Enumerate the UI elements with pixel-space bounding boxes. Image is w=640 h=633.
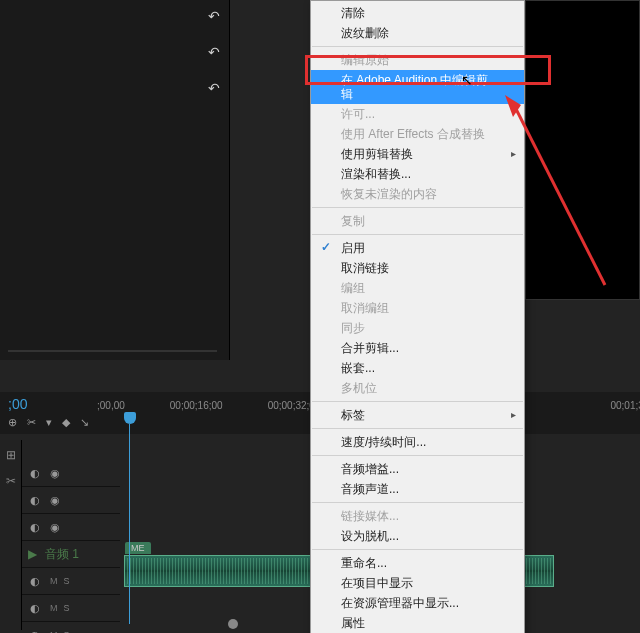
menu-render-replace[interactable]: 渲染和替换...: [311, 164, 524, 184]
menu-separator: [312, 207, 523, 208]
menu-edit-in-audition[interactable]: 在 Adobe Audition 中编辑剪辑: [311, 70, 524, 104]
menu-merge-clips[interactable]: 合并剪辑...: [311, 338, 524, 358]
menu-nest[interactable]: 嵌套...: [311, 358, 524, 378]
menu-restore-unrendered: 恢复未渲染的内容: [311, 184, 524, 204]
menu-group: 编组: [311, 278, 524, 298]
track-row[interactable]: ◐MS: [22, 568, 120, 595]
menu-rename[interactable]: 重命名...: [311, 553, 524, 573]
menu-audio-channels[interactable]: 音频声道...: [311, 479, 524, 499]
timeline-controls[interactable]: ⊕✂▾◆↘: [8, 416, 89, 429]
menu-separator: [312, 502, 523, 503]
tool-icon[interactable]: ⊞: [6, 448, 16, 462]
menu-edit-original: 编辑原始: [311, 50, 524, 70]
menu-separator: [312, 234, 523, 235]
undo-button[interactable]: ↶: [203, 44, 225, 60]
playhead-marker[interactable]: [124, 412, 136, 424]
zoom-slider-track[interactable]: [8, 350, 217, 352]
menu-reveal-project[interactable]: 在项目中显示: [311, 573, 524, 593]
menu-clear[interactable]: 清除: [311, 3, 524, 23]
audio-track-label[interactable]: ▶音频 1: [22, 541, 120, 568]
menu-reveal-explorer[interactable]: 在资源管理器中显示...: [311, 593, 524, 613]
menu-link-media: 链接媒体...: [311, 506, 524, 526]
menu-separator: [312, 455, 523, 456]
track-row[interactable]: ◐MS: [22, 595, 120, 622]
menu-separator: [312, 46, 523, 47]
context-menu: 清除 波纹删除 编辑原始 在 Adobe Audition 中编辑剪辑 许可..…: [310, 0, 525, 633]
menu-duplicate: 复制: [311, 211, 524, 231]
menu-enable[interactable]: 启用: [311, 238, 524, 258]
tool-icon[interactable]: ✂: [6, 474, 16, 488]
track-row[interactable]: ◐MS: [22, 622, 120, 633]
zoom-slider-handle[interactable]: [228, 619, 238, 629]
menu-separator: [312, 428, 523, 429]
track-row[interactable]: ◐◉: [22, 487, 120, 514]
menu-ripple-delete[interactable]: 波纹删除: [311, 23, 524, 43]
menu-label[interactable]: 标签: [311, 405, 524, 425]
menu-sync: 同步: [311, 318, 524, 338]
undo-button[interactable]: ↶: [203, 80, 225, 96]
menu-audio-gain[interactable]: 音频增益...: [311, 459, 524, 479]
source-panel: ↶ ↶ ↶: [0, 0, 230, 360]
track-row[interactable]: ◐◉: [22, 514, 120, 541]
menu-license: 许可...: [311, 104, 524, 124]
menu-separator: [312, 549, 523, 550]
menu-speed-duration[interactable]: 速度/持续时间...: [311, 432, 524, 452]
timeline-tools: ⊞ ✂: [0, 440, 22, 630]
playhead-line: [129, 424, 130, 624]
playhead-timecode[interactable]: ;00: [8, 396, 89, 412]
menu-ae-replace: 使用 After Effects 合成替换: [311, 124, 524, 144]
menu-unlink[interactable]: 取消链接: [311, 258, 524, 278]
menu-clip-replace[interactable]: 使用剪辑替换: [311, 144, 524, 164]
undo-button[interactable]: ↶: [203, 8, 225, 24]
menu-separator: [312, 401, 523, 402]
menu-properties[interactable]: 属性: [311, 613, 524, 633]
track-headers: ◐◉ ◐◉ ◐◉ ▶音频 1 ◐MS ◐MS ◐MS: [22, 460, 120, 633]
menu-ungroup: 取消编组: [311, 298, 524, 318]
track-row[interactable]: ◐◉: [22, 460, 120, 487]
menu-make-offline[interactable]: 设为脱机...: [311, 526, 524, 546]
program-monitor: [525, 0, 640, 300]
menu-multicam: 多机位: [311, 378, 524, 398]
